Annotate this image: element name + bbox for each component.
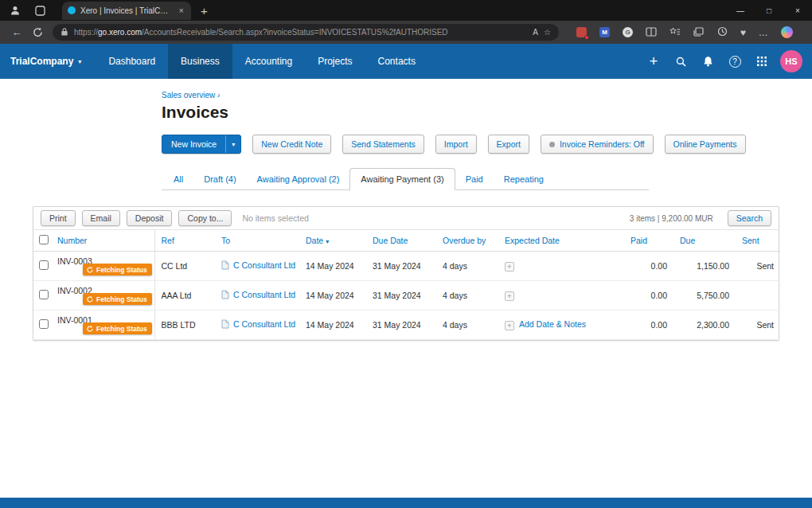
url-text: https://go.xero.com/AccountsReceivable/S… (74, 28, 527, 37)
import-button[interactable]: Import (435, 135, 477, 154)
table-row[interactable]: INV-0003 Fetching Status CC Ltd C Consul… (33, 252, 780, 281)
chevron-down-icon: ▾ (78, 58, 81, 65)
breadcrumb[interactable]: Sales overview › (162, 91, 220, 100)
online-payments-button[interactable]: Online Payments (665, 135, 746, 154)
extension-m-icon[interactable]: M (599, 27, 610, 37)
select-all-checkbox[interactable] (39, 235, 49, 244)
tab-all[interactable]: All (163, 169, 193, 190)
minimize-button[interactable]: — (726, 0, 755, 21)
tab-paid[interactable]: Paid (455, 169, 494, 190)
contact-link[interactable]: C Consultant Ltd (233, 260, 295, 270)
contact-link[interactable]: C Consultant Ltd (233, 319, 295, 329)
col-due-date[interactable]: Due Date (366, 230, 436, 252)
maximize-button[interactable]: □ (755, 0, 783, 21)
org-selector[interactable]: TrialCompany ▾ (0, 44, 96, 79)
new-invoice-dropdown-icon[interactable]: ▾ (225, 135, 240, 153)
split-screen-icon[interactable] (646, 25, 657, 40)
col-due[interactable]: Due (673, 230, 736, 252)
browser-tab[interactable]: Xero | Invoices | TrialCompany × (62, 2, 191, 20)
print-button[interactable]: Print (41, 210, 76, 226)
table-row[interactable]: INV-0001 Fetching Status BBB LTD C Consu… (33, 311, 780, 340)
notifications-bell-icon[interactable] (694, 44, 721, 79)
contact-doc-icon (221, 262, 229, 272)
fetching-status-badge: Fetching Status (83, 264, 152, 275)
refresh-button[interactable] (27, 27, 48, 37)
ref-cell: BBB LTD (154, 311, 215, 340)
nav-projects[interactable]: Projects (305, 44, 365, 79)
read-aloud-icon[interactable]: A (533, 28, 538, 37)
deposit-button[interactable]: Deposit (127, 210, 173, 226)
invoice-reminders-button[interactable]: Invoice Reminders: Off (541, 135, 654, 154)
table-header-row: Number Ref To Date▾ Due Date Overdue by … (33, 230, 780, 252)
col-overdue-by[interactable]: Overdue by (436, 230, 498, 252)
expected-date-cell: + (498, 281, 624, 311)
reminder-status-dot-icon (549, 142, 555, 147)
lock-icon (61, 25, 68, 40)
profile-icon[interactable] (6, 2, 25, 19)
col-expected-date[interactable]: Expected Date (498, 230, 624, 252)
new-credit-note-button[interactable]: New Credit Note (252, 135, 331, 154)
sort-desc-icon: ▾ (326, 238, 329, 245)
due-date-cell: 31 May 2024 (366, 281, 436, 311)
col-date[interactable]: Date▾ (299, 230, 366, 252)
number-cell: INV-0002 Fetching Status (51, 281, 154, 311)
col-number[interactable]: Number (51, 230, 154, 252)
window-close-button[interactable]: × (783, 0, 812, 21)
extension-icon-with-badge[interactable] (576, 27, 587, 37)
workspaces-icon[interactable] (30, 2, 49, 19)
tab-repeating[interactable]: Repeating (494, 169, 554, 190)
add-expected-date-icon[interactable]: + (505, 262, 514, 272)
tab-title: Xero | Invoices | TrialCompany (80, 6, 173, 15)
items-summary: 3 items | 9,200.00 MUR (630, 214, 713, 223)
row-checkbox[interactable] (39, 290, 49, 299)
row-checkbox[interactable] (39, 260, 49, 270)
tab-close-icon[interactable]: × (178, 6, 185, 15)
row-checkbox[interactable] (39, 319, 49, 329)
nav-business[interactable]: Business (168, 44, 232, 79)
favorites-icon[interactable] (670, 25, 681, 40)
back-button[interactable]: ← (6, 26, 27, 38)
help-icon[interactable]: ? (721, 44, 748, 79)
col-sent[interactable]: Sent (736, 230, 780, 252)
copilot-icon[interactable] (781, 26, 793, 38)
contact-doc-icon (221, 291, 229, 301)
export-button[interactable]: Export (488, 135, 529, 154)
history-icon[interactable] (717, 25, 728, 40)
quick-add-icon[interactable]: + (640, 44, 667, 79)
contact-link[interactable]: C Consultant Ltd (233, 290, 295, 299)
new-invoice-button[interactable]: New Invoice ▾ (162, 135, 241, 154)
send-statements-button[interactable]: Send Statements (342, 135, 424, 154)
favorite-star-icon[interactable]: ☆ (544, 28, 551, 37)
nav-dashboard[interactable]: Dashboard (96, 44, 168, 79)
tab-draft[interactable]: Draft (4) (193, 169, 246, 190)
add-date-notes-link[interactable]: Add Date & Notes (519, 319, 586, 329)
xero-app-header: TrialCompany ▾ Dashboard Business Accoun… (0, 44, 812, 79)
avatar[interactable]: HS (780, 50, 802, 72)
add-expected-date-icon[interactable]: + (505, 291, 514, 301)
col-to[interactable]: To (215, 230, 299, 252)
apps-grid-icon[interactable] (748, 44, 775, 79)
nav-accounting[interactable]: Accounting (232, 44, 305, 79)
search-icon[interactable] (667, 44, 694, 79)
email-button[interactable]: Email (82, 210, 120, 226)
address-bar[interactable]: https://go.xero.com/AccountsReceivable/S… (53, 24, 559, 41)
browser-essentials-icon[interactable]: ♥ (740, 27, 746, 38)
copy-to-button[interactable]: Copy to... (178, 210, 232, 226)
settings-more-icon[interactable]: … (759, 27, 768, 38)
tab-awaiting-payment[interactable]: Awaiting Payment (3) (349, 168, 455, 190)
extension-g-icon[interactable]: G (623, 27, 633, 37)
browser-titlebar: Xero | Invoices | TrialCompany × + — □ × (0, 0, 812, 21)
selection-status: No items selected (242, 213, 308, 223)
new-tab-button[interactable]: + (201, 4, 208, 18)
add-expected-date-icon[interactable]: + (505, 321, 514, 330)
table-row[interactable]: INV-0002 Fetching Status AAA Ltd C Consu… (33, 281, 780, 311)
tab-awaiting-approval[interactable]: Awaiting Approval (2) (247, 169, 350, 190)
paid-cell: 0.00 (624, 281, 673, 311)
collections-icon[interactable] (693, 25, 704, 40)
nav-contacts[interactable]: Contacts (365, 44, 428, 79)
col-ref[interactable]: Ref (154, 230, 215, 252)
col-paid[interactable]: Paid (624, 230, 673, 252)
refresh-icon (87, 326, 93, 332)
to-cell: C Consultant Ltd (215, 281, 299, 311)
search-button[interactable]: Search (728, 210, 771, 226)
